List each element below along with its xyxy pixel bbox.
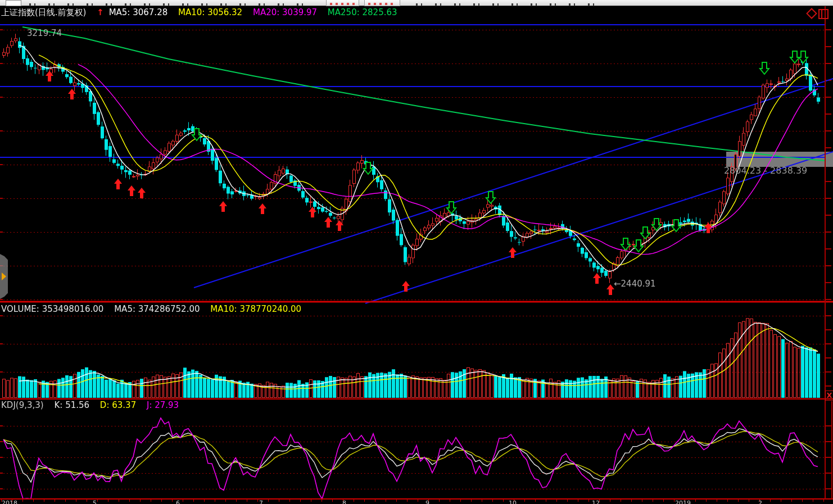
main-chart-canvas[interactable]: [0, 0, 833, 504]
kdj-pane-header: KDJ(9,3,3) K: 51.56 D: 63.37 J: 27.93: [1, 400, 187, 410]
volume-ma10-value: MA10: 378770240.00: [210, 304, 301, 314]
quote-button-2[interactable]: [364, 0, 400, 6]
main-chart-header: 上证指数(日线.前复权) ↑ MA5: 3067.28 MA10: 3056.3…: [1, 7, 405, 18]
ma250-value: MA250: 2825.63: [328, 7, 397, 17]
kdj-j-value: J: 27.93: [147, 400, 179, 410]
price-range-annotation: 2804.23 - 2838.39: [724, 165, 807, 176]
up-arrow-icon: ↑: [97, 7, 104, 17]
x-axis-label: 8: [342, 500, 346, 504]
volume-value: VOLUME: 353498016.00: [1, 304, 103, 314]
split-window-icon[interactable]: [818, 9, 829, 19]
x-axis-label: 2019: [675, 500, 691, 504]
volume-pane-header: VOLUME: 353498016.00 MA5: 374286752.00 M…: [1, 304, 309, 314]
symbol-title: 上证指数(日线.前复权): [1, 7, 86, 17]
trading-app-window: 上证指数(日线.前复权) ↑ MA5: 3067.28 MA10: 3056.3…: [0, 0, 833, 504]
quote-button-1[interactable]: [326, 0, 359, 6]
x-axis-label: 2018: [2, 500, 17, 504]
kdj-title: KDJ(9,3,3): [1, 400, 44, 410]
ma20-value: MA20: 3039.97: [253, 7, 317, 17]
x-axis-label: 9: [425, 500, 429, 504]
kdj-d-value: D: 63.37: [100, 400, 136, 410]
x-axis-label: 5: [93, 500, 97, 504]
menu-bar[interactable]: [0, 0, 833, 6]
low-price-annotation: ←2440.91: [614, 279, 656, 289]
x-axis-label: 10: [509, 500, 517, 504]
expand-arrow-icon: [2, 273, 6, 280]
x-axis-label: 2: [758, 500, 762, 504]
ma10-value: MA10: 3056.32: [178, 7, 242, 17]
menu-logo-icon[interactable]: [6, 0, 21, 6]
menu-items-clipped-right[interactable]: [416, 3, 601, 6]
volume-ma5-value: MA5: 374286752.00: [114, 304, 200, 314]
x-axis-label: 7: [259, 500, 263, 504]
ma5-value: MA5: 3067.28: [109, 7, 168, 17]
indicator-close-button[interactable]: X: [825, 391, 833, 401]
x-axis-label: 6: [176, 500, 180, 504]
x-axis-label: 12: [592, 500, 600, 504]
high-price-annotation: 3219.74: [27, 28, 62, 38]
sidebar-expand-tab[interactable]: [0, 254, 8, 299]
menu-items-clipped[interactable]: [29, 3, 310, 6]
kdj-k-value: K: 51.56: [54, 400, 89, 410]
